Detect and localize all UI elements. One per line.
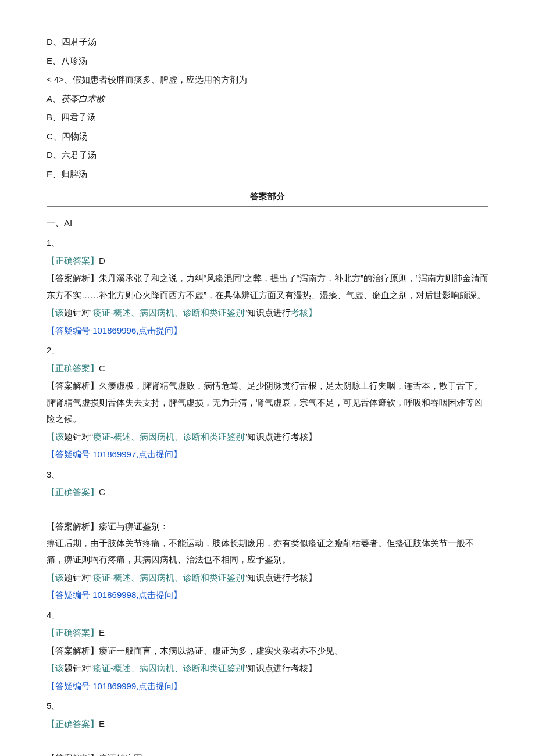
section-divider [47,206,488,207]
tag-end: 知识点进行考核】 [247,572,317,582]
expl-text: 痿证一般而言，木病以热证、虚证为多，虚实夹杂者亦不少见。 [99,646,343,655]
document-page: D、四君子汤 E、八珍汤 < 4>、假如患者较胖而痰多、脾虚，应选用的方剂为 A… [0,0,535,756]
q1-number: 1、 [47,235,488,252]
tag-topic: 痿证-概述、病因病机、诊断和类证鉴别 [93,572,244,582]
answer-section-title: 答案部分 [47,188,488,205]
expl-label: 【答案解析】 [47,273,99,283]
section-header: 一、AI [47,215,488,232]
expl-text: 痿证与痹证鉴别： 痹证后期，由于肢体关节疼痛，不能运动，肢体长期废用，亦有类似痿… [47,521,474,564]
tag-topic: 痿证-概述、病因病机、诊断和类证鉴别 [93,432,244,442]
correct-label: 【正确答案】 [47,487,99,497]
tag-topic: 痿证-概述、病因病机、诊断和类证鉴别 [93,307,244,317]
expl-text: 久痿虚极，脾肾精气虚败，病情危笃。足少阴脉贯行舌根，足太阴脉上行夹咽，连舌本，散… [47,381,483,424]
q1-tag: 【该题针对“痿证-概述、病因病机、诊断和类证鉴别”知识点进行考核】 [47,304,488,321]
q5-explanation: 【答案解析】痿证的病因： 1．感受温毒；2．湿热浸淫；3．饮食毒物所伤；4．久病… [47,733,488,756]
tag-mid1: 题针对“ [64,572,93,582]
q2-correct: 【正确答案】C [47,360,488,377]
q3-number: 3、 [47,467,488,483]
tag-end: 知识点进行考核】 [247,663,317,673]
expl-label: 【答案解析】 [47,753,99,757]
q3-explanation: 【答案解析】痿证与痹证鉴别： 痹证后期，由于肢体关节疼痛，不能运动，肢体长期废用… [47,502,488,568]
q4-link[interactable]: 【答疑编号 101869999,点击提问】 [47,678,488,695]
option-d-top: D、四君子汤 [47,34,488,51]
option-a: A、茯苓白术散 [47,91,488,108]
q4-tag: 【该题针对“痿证-概述、病因病机、诊断和类证鉴别”知识点进行考核】 [47,660,488,677]
q3-tag: 【该题针对“痿证-概述、病因病机、诊断和类证鉴别”知识点进行考核】 [47,569,488,586]
expl-label: 【答案解析】 [47,381,99,390]
correct-value: D [99,256,105,266]
correct-label: 【正确答案】 [47,719,99,729]
tag-mid1: 题针对“ [64,307,93,317]
q2-explanation: 【答案解析】久痿虚极，脾肾精气虚败，病情危笃。足少阴脉贯行舌根，足太阴脉上行夹咽… [47,378,488,428]
q5-number: 5、 [47,698,488,715]
correct-label: 【正确答案】 [47,363,99,373]
q3-link[interactable]: 【答疑编号 101869998,点击提问】 [47,587,488,604]
tag-end: 知识点进行考核】 [247,432,317,442]
q2-number: 2、 [47,342,488,359]
q4-explanation: 【答案解析】痿证一般而言，木病以热证、虚证为多，虚实夹杂者亦不少见。 [47,643,488,660]
correct-value: C [99,363,105,373]
correct-label: 【正确答案】 [47,628,99,637]
q2-tag: 【该题针对“痿证-概述、病因病机、诊断和类证鉴别”知识点进行考核】 [47,429,488,446]
tag-mid1: 题针对“ [64,432,93,442]
option-d: D、六君子汤 [47,147,488,164]
q1-correct: 【正确答案】D [47,253,488,270]
expl-text: 朱丹溪承张子和之说，力纠“风痿混同”之弊，提出了“泻南方，补北方”的治疗原则，“… [47,273,488,300]
q1-link[interactable]: 【答疑编号 101869996,点击提问】 [47,323,488,339]
option-c: C、四物汤 [47,128,488,145]
tag-pre: 【该 [47,307,64,317]
q5-correct: 【正确答案】E [47,716,488,733]
tag-pre: 【该 [47,663,64,673]
tag-mid1: 题针对“ [64,663,93,673]
tag-pre: 【该 [47,432,64,442]
correct-value: E [99,719,105,729]
correct-value: C [99,487,105,497]
tag-mid2: ”知识点进行 [244,307,291,317]
q1-explanation: 【答案解析】朱丹溪承张子和之说，力纠“风痿混同”之弊，提出了“泻南方，补北方”的… [47,270,488,303]
q3-correct: 【正确答案】C [47,484,488,501]
tag-topic: 痿证-概述、病因病机、诊断和类证鉴别 [93,663,244,673]
sub-question-4: < 4>、假如患者较胖而痰多、脾虚，应选用的方剂为 [47,71,488,88]
option-e-top: E、八珍汤 [47,53,488,70]
q2-link[interactable]: 【答疑编号 101869997,点击提问】 [47,446,488,463]
tag-end: 考核】 [291,307,317,317]
correct-value: E [99,628,105,637]
option-e: E、归脾汤 [47,166,488,183]
q4-correct: 【正确答案】E [47,625,488,642]
correct-label: 【正确答案】 [47,256,99,266]
q4-number: 4、 [47,607,488,624]
tag-pre: 【该 [47,572,64,582]
expl-label: 【答案解析】 [47,646,99,655]
expl-label: 【答案解析】 [47,521,99,531]
option-b: B、四君子汤 [47,109,488,126]
